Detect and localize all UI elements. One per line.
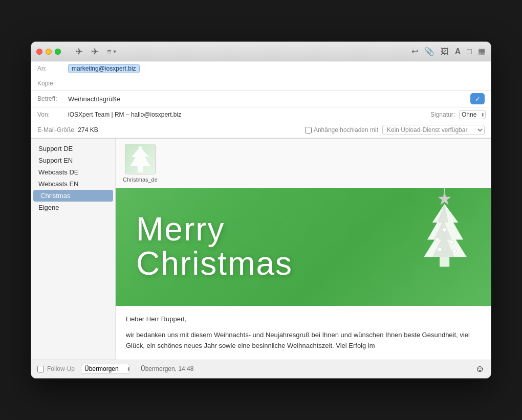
columns-icon[interactable]: □ bbox=[467, 47, 472, 56]
send-later-icon[interactable]: ✈ bbox=[91, 46, 99, 57]
upload-area: Anhänge hochladen mit Kein Upload-Dienst… bbox=[305, 125, 485, 135]
footer-schedule-time: Übermorgen, 14:48 bbox=[141, 365, 193, 372]
attachment-item-christmas[interactable]: Christmas_de bbox=[123, 144, 158, 183]
follow-up-label: Follow-Up bbox=[47, 365, 75, 372]
email-paragraph: wir bedanken uns mit diesem Weihnachts- … bbox=[126, 330, 481, 351]
upload-service-select[interactable]: Kein Upload-Dienst verfügbar bbox=[382, 125, 485, 135]
from-value: iOSXpert Team | RM – hallo@iosxpert.biz bbox=[68, 111, 430, 118]
svg-point-1 bbox=[139, 146, 142, 149]
svg-marker-3 bbox=[438, 192, 451, 205]
sidebar-item-support-de[interactable]: Support DE bbox=[31, 143, 115, 154]
svg-rect-6 bbox=[440, 257, 449, 267]
to-row: An: marketing@iosxpert.biz bbox=[31, 61, 491, 76]
options-icon[interactable]: ≡ ▼ bbox=[107, 46, 117, 57]
close-button[interactable] bbox=[36, 49, 42, 55]
font-icon[interactable]: A bbox=[455, 47, 461, 56]
back-icon[interactable]: ↩ bbox=[411, 47, 418, 56]
to-recipient-chip[interactable]: marketing@iosxpert.biz bbox=[68, 64, 140, 73]
email-text-content: Lieber Herr Ruppert, wir bedanken uns mi… bbox=[116, 306, 491, 359]
mail-window: ✈ ✈ ≡ ▼ ↩ 📎 🖼 A □ ▦ An: marketing@iosxpe… bbox=[31, 41, 491, 378]
banner-text: Merry Christmas bbox=[116, 203, 313, 292]
size-value: 274 KB bbox=[78, 126, 98, 134]
upload-checkbox-input[interactable] bbox=[305, 127, 312, 134]
svg-point-7 bbox=[443, 228, 447, 232]
christmas-tree-thumb-svg bbox=[127, 145, 153, 173]
sidebar-item-christmas[interactable]: Christmas bbox=[33, 190, 113, 202]
subject-row: Betreff: ✓ bbox=[31, 91, 491, 107]
list-icon: ≡ bbox=[107, 47, 112, 56]
sidebar-item-eigene[interactable]: Eigene bbox=[31, 202, 115, 213]
attachment-icon[interactable]: 📎 bbox=[424, 47, 434, 56]
chevron-down-icon: ▼ bbox=[113, 49, 117, 54]
footer-bar: Follow-Up Übermorgen ⬍ Übermorgen, 14:48… bbox=[31, 360, 491, 378]
attachment-filename: Christmas_de bbox=[123, 176, 158, 183]
banner-christmas: Christmas bbox=[136, 246, 293, 281]
christmas-tree-thumbnail-image bbox=[125, 144, 155, 174]
attachment-thumbnail bbox=[125, 144, 156, 174]
layout-icon[interactable]: ▦ bbox=[478, 47, 486, 56]
banner-merry: Merry bbox=[136, 213, 293, 246]
emoji-button[interactable]: ☺ bbox=[475, 364, 485, 374]
sidebar-item-webcasts-en[interactable]: Webcasts EN bbox=[31, 178, 115, 190]
christmas-banner: Merry Christmas bbox=[116, 188, 491, 306]
signature-select[interactable]: Ohne bbox=[459, 110, 486, 119]
from-row: Von: iOSXpert Team | RM – hallo@iosxpert… bbox=[31, 107, 491, 122]
svg-point-11 bbox=[452, 249, 456, 253]
upload-checkbox-label[interactable]: Anhänge hochladen mit bbox=[305, 126, 378, 134]
maximize-button[interactable] bbox=[55, 49, 61, 55]
compose-header: An: marketing@iosxpert.biz Kopie: Betref… bbox=[31, 61, 491, 139]
upload-label: Anhänge hochladen mit bbox=[314, 126, 378, 134]
follow-up-checkbox[interactable] bbox=[37, 366, 44, 372]
subject-label: Betreff: bbox=[37, 95, 68, 102]
traffic-lights bbox=[36, 49, 61, 55]
email-greeting: Lieber Herr Ruppert, bbox=[126, 314, 481, 325]
titlebar-icons: ✈ ✈ ≡ ▼ bbox=[75, 46, 117, 57]
send-icon[interactable]: ✈ bbox=[75, 46, 83, 57]
to-label: An: bbox=[37, 65, 68, 72]
size-label: E-Mail-Größe: bbox=[37, 126, 76, 134]
checkmark-button[interactable]: ✓ bbox=[470, 93, 485, 104]
photo-icon[interactable]: 🖼 bbox=[441, 47, 449, 56]
banner-tree-decoration bbox=[383, 188, 491, 306]
svg-point-9 bbox=[450, 240, 454, 245]
svg-point-10 bbox=[438, 248, 442, 252]
svg-marker-0 bbox=[130, 147, 150, 172]
follow-up-checkbox-area: Follow-Up bbox=[37, 365, 75, 372]
signature-area: Signatur: Ohne ⬍ bbox=[430, 110, 485, 119]
sidebar-item-support-en[interactable]: Support EN bbox=[31, 154, 115, 166]
size-row: E-Mail-Größe: 274 KB Anhänge hochladen m… bbox=[31, 122, 491, 138]
cc-row: Kopie: bbox=[31, 76, 491, 91]
body-area: Christmas_de Merry Christmas bbox=[116, 139, 491, 359]
minimize-button[interactable] bbox=[46, 49, 52, 55]
cc-label: Kopie: bbox=[37, 80, 68, 87]
main-content: Support DE Support EN Webcasts DE Webcas… bbox=[31, 139, 491, 359]
titlebar: ✈ ✈ ≡ ▼ ↩ 📎 🖼 A □ ▦ bbox=[31, 42, 491, 61]
svg-point-8 bbox=[435, 238, 439, 242]
from-label: Von: bbox=[37, 111, 68, 118]
subject-input[interactable] bbox=[68, 95, 466, 103]
follow-up-select[interactable]: Übermorgen bbox=[81, 364, 129, 374]
signature-label: Signatur: bbox=[430, 111, 455, 118]
titlebar-right: ↩ 📎 🖼 A □ ▦ bbox=[411, 47, 486, 56]
email-body: Merry Christmas bbox=[116, 188, 491, 359]
attachments-row: Christmas_de bbox=[116, 139, 491, 188]
banner-tree-svg bbox=[383, 188, 491, 306]
sidebar: Support DE Support EN Webcasts DE Webcas… bbox=[31, 139, 116, 359]
sidebar-item-webcasts-de[interactable]: Webcasts DE bbox=[31, 166, 115, 178]
